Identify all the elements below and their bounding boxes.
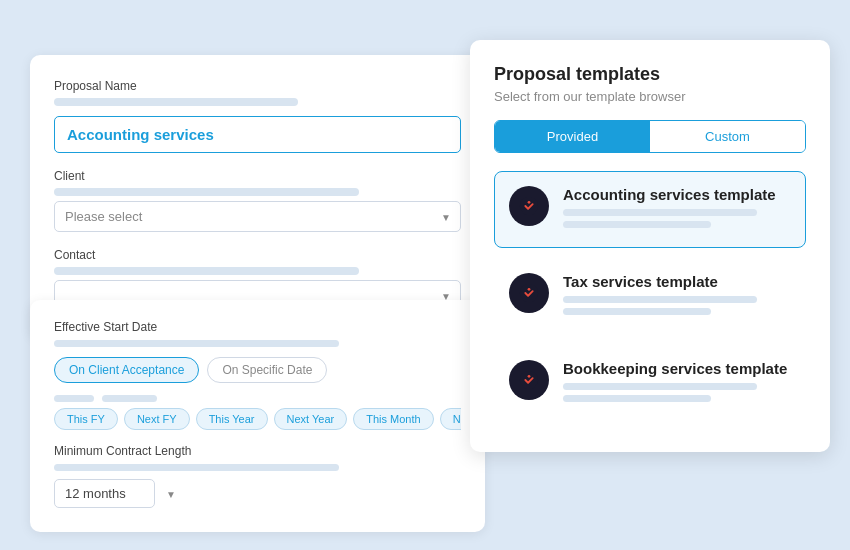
this-fy-chip[interactable]: This FY bbox=[54, 408, 118, 430]
template-name-accounting: Accounting services template bbox=[563, 186, 791, 203]
main-wrapper: Proposal Name Client Please select ▼ Con… bbox=[0, 0, 850, 550]
template-icon-accounting bbox=[509, 186, 549, 226]
template-item-bookkeeping[interactable]: Bookkeeping services template bbox=[494, 345, 806, 422]
date-toggle-group: On Client Acceptance On Specific Date bbox=[54, 357, 461, 383]
next-month-chip[interactable]: Next Mon... bbox=[440, 408, 461, 430]
months-select-arrow-icon: ▼ bbox=[166, 488, 176, 499]
proposal-name-skeleton bbox=[54, 98, 298, 106]
svg-point-1 bbox=[528, 201, 531, 204]
template-tab-group: Provided Custom bbox=[494, 120, 806, 153]
template-info-tax: Tax services template bbox=[563, 273, 791, 320]
template-name-bookkeeping: Bookkeeping services template bbox=[563, 360, 791, 377]
svg-point-3 bbox=[528, 288, 531, 291]
next-year-chip[interactable]: Next Year bbox=[274, 408, 348, 430]
months-select-wrapper: 12 months 6 months 3 months 1 month ▼ bbox=[54, 479, 184, 508]
on-specific-date-btn[interactable]: On Specific Date bbox=[207, 357, 327, 383]
template-info-accounting: Accounting services template bbox=[563, 186, 791, 233]
template-icon-tax bbox=[509, 273, 549, 313]
date-chips-row: This FY Next FY This Year Next Year This… bbox=[54, 408, 461, 430]
left-card-bottom: Effective Start Date On Client Acceptanc… bbox=[30, 300, 485, 532]
right-card: Proposal templates Select from our templ… bbox=[470, 40, 830, 452]
template-skeleton-2b bbox=[563, 308, 711, 315]
this-year-chip[interactable]: This Year bbox=[196, 408, 268, 430]
months-select[interactable]: 12 months 6 months 3 months 1 month bbox=[54, 479, 155, 508]
this-month-chip[interactable]: This Month bbox=[353, 408, 433, 430]
client-select-wrapper: Please select ▼ bbox=[54, 201, 461, 232]
template-icon-bookkeeping bbox=[509, 360, 549, 400]
template-item-tax[interactable]: Tax services template bbox=[494, 258, 806, 335]
client-select[interactable]: Please select bbox=[54, 201, 461, 232]
template-skeleton-3b bbox=[563, 395, 711, 402]
svg-point-2 bbox=[520, 284, 538, 302]
contact-skeleton bbox=[54, 267, 359, 275]
proposal-name-label: Proposal Name bbox=[54, 79, 461, 93]
proposal-name-input[interactable] bbox=[54, 116, 461, 153]
template-skeleton-1a bbox=[563, 209, 757, 216]
effective-date-label: Effective Start Date bbox=[54, 320, 461, 334]
template-item-accounting[interactable]: Accounting services template bbox=[494, 171, 806, 248]
template-skeleton-2a bbox=[563, 296, 757, 303]
client-skeleton bbox=[54, 188, 359, 196]
provided-tab[interactable]: Provided bbox=[495, 121, 650, 152]
contact-label: Contact bbox=[54, 248, 461, 262]
effective-date-skeleton bbox=[54, 340, 339, 347]
on-client-acceptance-btn[interactable]: On Client Acceptance bbox=[54, 357, 199, 383]
client-section: Client Please select ▼ bbox=[54, 169, 461, 232]
left-card-top: Proposal Name Client Please select ▼ Con… bbox=[30, 55, 485, 339]
template-info-bookkeeping: Bookkeeping services template bbox=[563, 360, 791, 407]
template-name-tax: Tax services template bbox=[563, 273, 791, 290]
svg-point-0 bbox=[520, 197, 538, 215]
min-contract-skeleton bbox=[54, 464, 339, 471]
template-skeleton-3a bbox=[563, 383, 757, 390]
date-skeleton-row bbox=[54, 395, 461, 402]
template-skeleton-1b bbox=[563, 221, 711, 228]
right-card-subtitle: Select from our template browser bbox=[494, 89, 806, 104]
right-card-title: Proposal templates bbox=[494, 64, 806, 85]
svg-point-4 bbox=[520, 371, 538, 389]
next-fy-chip[interactable]: Next FY bbox=[124, 408, 190, 430]
svg-point-5 bbox=[528, 375, 531, 378]
custom-tab[interactable]: Custom bbox=[650, 121, 805, 152]
min-contract-label: Minimum Contract Length bbox=[54, 444, 461, 458]
client-label: Client bbox=[54, 169, 461, 183]
